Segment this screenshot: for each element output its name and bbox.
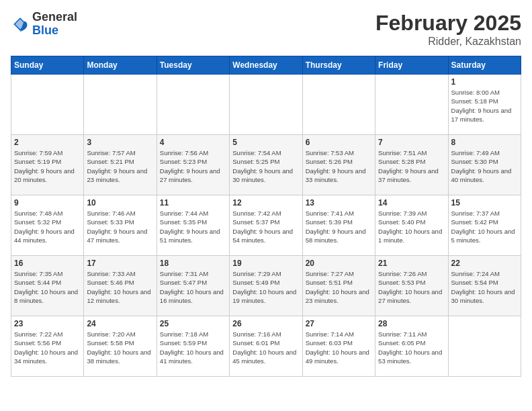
day-info: Sunrise: 7:51 AM Sunset: 5:28 PM Dayligh… <box>378 148 445 184</box>
day-cell: 23Sunrise: 7:22 AM Sunset: 5:56 PM Dayli… <box>11 316 84 377</box>
day-cell: 1Sunrise: 8:00 AM Sunset: 5:18 PM Daylig… <box>448 75 521 135</box>
day-number: 21 <box>378 259 445 268</box>
day-number: 24 <box>87 319 153 328</box>
day-info: Sunrise: 7:53 AM Sunset: 5:26 PM Dayligh… <box>306 148 372 184</box>
day-info: Sunrise: 7:31 AM Sunset: 5:47 PM Dayligh… <box>160 269 226 305</box>
day-cell <box>11 75 84 135</box>
day-number: 9 <box>14 198 81 208</box>
day-info: Sunrise: 7:14 AM Sunset: 6:03 PM Dayligh… <box>306 330 372 365</box>
day-number: 6 <box>306 138 372 147</box>
day-info: Sunrise: 8:00 AM Sunset: 5:18 PM Dayligh… <box>451 88 518 124</box>
day-number: 11 <box>160 198 226 208</box>
day-cell: 3Sunrise: 7:57 AM Sunset: 5:21 PM Daylig… <box>84 135 157 195</box>
day-cell: 9Sunrise: 7:48 AM Sunset: 5:32 PM Daylig… <box>11 195 84 256</box>
day-info: Sunrise: 7:46 AM Sunset: 5:33 PM Dayligh… <box>87 209 153 244</box>
day-info: Sunrise: 7:20 AM Sunset: 5:58 PM Dayligh… <box>87 330 153 365</box>
day-cell: 6Sunrise: 7:53 AM Sunset: 5:26 PM Daylig… <box>302 135 375 195</box>
calendar-table: SundayMondayTuesdayWednesdayThursdayFrid… <box>11 56 521 377</box>
day-cell: 13Sunrise: 7:41 AM Sunset: 5:39 PM Dayli… <box>302 195 375 256</box>
col-header-wednesday: Wednesday <box>230 56 302 75</box>
week-row-2: 2Sunrise: 7:59 AM Sunset: 5:19 PM Daylig… <box>11 135 521 195</box>
day-number: 22 <box>451 259 518 268</box>
location: Ridder, Kazakhstan <box>375 36 521 48</box>
week-row-1: 1Sunrise: 8:00 AM Sunset: 5:18 PM Daylig… <box>11 75 521 135</box>
day-number: 17 <box>87 259 153 268</box>
day-info: Sunrise: 7:49 AM Sunset: 5:30 PM Dayligh… <box>451 148 518 184</box>
day-info: Sunrise: 7:48 AM Sunset: 5:32 PM Dayligh… <box>14 209 81 244</box>
week-row-4: 16Sunrise: 7:35 AM Sunset: 5:44 PM Dayli… <box>11 256 521 316</box>
day-cell: 7Sunrise: 7:51 AM Sunset: 5:28 PM Daylig… <box>375 135 448 195</box>
day-number: 7 <box>378 138 445 147</box>
day-number: 20 <box>306 259 372 268</box>
day-cell <box>375 75 448 135</box>
day-number: 5 <box>232 138 299 147</box>
day-info: Sunrise: 7:18 AM Sunset: 5:59 PM Dayligh… <box>160 330 226 365</box>
logo-text: General Blue <box>32 11 77 38</box>
day-info: Sunrise: 7:29 AM Sunset: 5:49 PM Dayligh… <box>232 269 299 305</box>
day-number: 27 <box>306 319 372 328</box>
day-number: 1 <box>451 77 518 87</box>
day-info: Sunrise: 7:59 AM Sunset: 5:19 PM Dayligh… <box>14 148 81 184</box>
day-number: 3 <box>87 138 153 147</box>
day-number: 16 <box>14 259 81 268</box>
day-info: Sunrise: 7:56 AM Sunset: 5:23 PM Dayligh… <box>160 148 226 184</box>
day-cell: 21Sunrise: 7:26 AM Sunset: 5:53 PM Dayli… <box>375 256 448 316</box>
day-cell: 27Sunrise: 7:14 AM Sunset: 6:03 PM Dayli… <box>302 316 375 377</box>
day-cell: 10Sunrise: 7:46 AM Sunset: 5:33 PM Dayli… <box>84 195 157 256</box>
week-row-3: 9Sunrise: 7:48 AM Sunset: 5:32 PM Daylig… <box>11 195 521 256</box>
day-cell: 19Sunrise: 7:29 AM Sunset: 5:49 PM Dayli… <box>230 256 302 316</box>
day-cell: 28Sunrise: 7:11 AM Sunset: 6:05 PM Dayli… <box>375 316 448 377</box>
day-cell: 26Sunrise: 7:16 AM Sunset: 6:01 PM Dayli… <box>230 316 302 377</box>
day-cell: 14Sunrise: 7:39 AM Sunset: 5:40 PM Dayli… <box>375 195 448 256</box>
day-info: Sunrise: 7:33 AM Sunset: 5:46 PM Dayligh… <box>87 269 153 305</box>
day-cell: 8Sunrise: 7:49 AM Sunset: 5:30 PM Daylig… <box>448 135 521 195</box>
day-cell: 20Sunrise: 7:27 AM Sunset: 5:51 PM Dayli… <box>302 256 375 316</box>
day-info: Sunrise: 7:37 AM Sunset: 5:42 PM Dayligh… <box>451 209 518 244</box>
logo-blue: Blue <box>32 24 77 38</box>
day-number: 23 <box>14 319 81 328</box>
day-cell <box>84 75 157 135</box>
day-number: 19 <box>232 259 299 268</box>
day-info: Sunrise: 7:16 AM Sunset: 6:01 PM Dayligh… <box>232 330 299 365</box>
day-number: 4 <box>160 138 226 147</box>
day-number: 15 <box>451 198 518 208</box>
page-header: General Blue February 2025 Ridder, Kazak… <box>11 11 521 48</box>
day-number: 26 <box>232 319 299 328</box>
day-info: Sunrise: 7:54 AM Sunset: 5:25 PM Dayligh… <box>232 148 299 184</box>
logo: General Blue <box>11 11 77 38</box>
day-cell: 17Sunrise: 7:33 AM Sunset: 5:46 PM Dayli… <box>84 256 157 316</box>
day-cell: 12Sunrise: 7:42 AM Sunset: 5:37 PM Dayli… <box>230 195 302 256</box>
day-info: Sunrise: 7:39 AM Sunset: 5:40 PM Dayligh… <box>378 209 445 244</box>
logo-general: General <box>32 11 77 24</box>
day-number: 8 <box>451 138 518 147</box>
col-header-saturday: Saturday <box>448 56 521 75</box>
day-info: Sunrise: 7:35 AM Sunset: 5:44 PM Dayligh… <box>14 269 81 305</box>
day-cell: 11Sunrise: 7:44 AM Sunset: 5:35 PM Dayli… <box>157 195 229 256</box>
day-number: 13 <box>306 198 372 208</box>
day-cell <box>302 75 375 135</box>
day-number: 18 <box>160 259 226 268</box>
day-info: Sunrise: 7:27 AM Sunset: 5:51 PM Dayligh… <box>306 269 372 305</box>
day-number: 25 <box>160 319 226 328</box>
month-title: February 2025 <box>375 11 521 36</box>
day-info: Sunrise: 7:57 AM Sunset: 5:21 PM Dayligh… <box>87 148 153 184</box>
week-row-5: 23Sunrise: 7:22 AM Sunset: 5:56 PM Dayli… <box>11 316 521 377</box>
day-cell: 16Sunrise: 7:35 AM Sunset: 5:44 PM Dayli… <box>11 256 84 316</box>
day-info: Sunrise: 7:42 AM Sunset: 5:37 PM Dayligh… <box>232 209 299 244</box>
day-number: 12 <box>232 198 299 208</box>
day-number: 2 <box>14 138 81 147</box>
day-info: Sunrise: 7:11 AM Sunset: 6:05 PM Dayligh… <box>378 330 445 365</box>
day-cell <box>230 75 302 135</box>
col-header-thursday: Thursday <box>302 56 375 75</box>
day-cell: 5Sunrise: 7:54 AM Sunset: 5:25 PM Daylig… <box>230 135 302 195</box>
col-header-friday: Friday <box>375 56 448 75</box>
header-row: SundayMondayTuesdayWednesdayThursdayFrid… <box>11 56 521 75</box>
day-number: 10 <box>87 198 153 208</box>
day-cell: 4Sunrise: 7:56 AM Sunset: 5:23 PM Daylig… <box>157 135 229 195</box>
day-cell: 25Sunrise: 7:18 AM Sunset: 5:59 PM Dayli… <box>157 316 229 377</box>
day-info: Sunrise: 7:41 AM Sunset: 5:39 PM Dayligh… <box>306 209 372 244</box>
day-cell: 24Sunrise: 7:20 AM Sunset: 5:58 PM Dayli… <box>84 316 157 377</box>
day-cell: 22Sunrise: 7:24 AM Sunset: 5:54 PM Dayli… <box>448 256 521 316</box>
day-info: Sunrise: 7:26 AM Sunset: 5:53 PM Dayligh… <box>378 269 445 305</box>
day-number: 14 <box>378 198 445 208</box>
